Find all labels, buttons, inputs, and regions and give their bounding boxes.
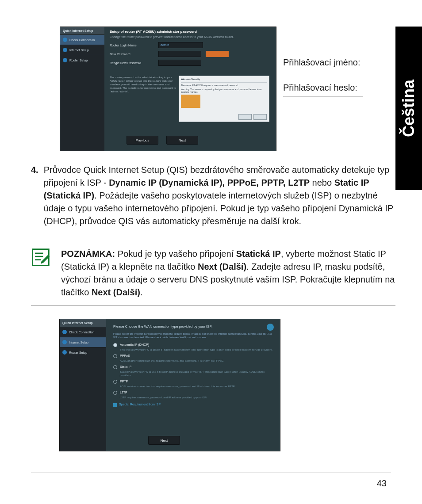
retype-password-field-label: Retype New Password xyxy=(110,61,158,65)
language-tab: Čeština xyxy=(395,27,422,190)
option-label: L2TP xyxy=(120,391,127,394)
step-text: nebo xyxy=(310,178,334,187)
option-pppoe[interactable]: PPPoEADSL or other connection that requi… xyxy=(113,354,273,363)
strength-badge xyxy=(206,51,229,57)
dialog-cancel-button[interactable] xyxy=(253,114,267,120)
footer-rule xyxy=(31,473,391,473)
step-body: Průvodce Quick Internet Setup (QIS) bezd… xyxy=(44,164,395,228)
option-label: PPTP xyxy=(120,380,128,383)
step-dot-icon xyxy=(63,48,67,52)
sidebar-header: Quick Internet Setup xyxy=(60,319,106,327)
sidebar-item-internet-setup[interactable]: Internet Setup xyxy=(60,45,104,55)
dialog-ok-button[interactable] xyxy=(238,114,252,120)
sidebar-item-check-connection[interactable]: Check Connection xyxy=(60,327,106,337)
note-label: POZNÁMKA: xyxy=(61,249,115,259)
sidebar-item-label: Internet Setup xyxy=(69,341,88,344)
retype-password-input[interactable] xyxy=(158,60,201,66)
note-span: . xyxy=(140,287,143,297)
sidebar-item-internet-setup[interactable]: Internet Setup xyxy=(60,337,106,347)
note-bold: Next (Další) xyxy=(92,287,140,297)
sidebar-item-router-setup[interactable]: Router Setup xyxy=(60,55,104,65)
sidebar-item-label: Internet Setup xyxy=(69,49,89,52)
note-span: Pokud je typ vašeho připojení xyxy=(115,249,236,259)
login-password-label: Přihlašovací heslo: xyxy=(283,83,380,93)
note-bold: Statická IP xyxy=(236,249,281,259)
option-pptp[interactable]: PPTPADSL or other connection that requir… xyxy=(113,380,273,388)
sidebar-item-label: Check Connection xyxy=(69,38,95,42)
dialog-warning: Warning: This server is requesting that … xyxy=(181,88,267,93)
option-desc: ADSL or other connection that requires u… xyxy=(120,385,273,388)
password-form: Router Login Nameadmin New Password Rety… xyxy=(110,42,272,66)
radio-icon xyxy=(113,343,117,347)
dialog-title: Windows Security xyxy=(181,78,267,80)
note-bold: Next (Další) xyxy=(198,262,246,271)
dialog-image-icon xyxy=(181,95,200,108)
screenshot-wan-type: Quick Internet Setup Check Connection In… xyxy=(59,319,280,451)
option-static-ip[interactable]: Static IPStatic IP allows your PC to use… xyxy=(113,365,273,377)
checkbox-icon xyxy=(113,403,117,407)
wan-type-pane: Please Choose the WAN connection type pr… xyxy=(106,319,280,451)
option-desc: Static IP allows your PC to use a fixed … xyxy=(120,370,273,377)
previous-button[interactable]: Previous xyxy=(127,136,158,145)
step-dot-icon xyxy=(62,330,67,334)
sidebar-header: Quick Internet Setup xyxy=(60,27,104,34)
step-dot-icon xyxy=(62,350,67,355)
pane2-title: Please Choose the WAN connection type pr… xyxy=(113,325,273,328)
isp-requirement-checkbox[interactable]: Special Requirement from ISP xyxy=(113,403,273,406)
option-label: Static IP xyxy=(120,365,131,368)
option-desc: ADSL or other connection that requires u… xyxy=(120,359,273,363)
step-dot-icon xyxy=(63,58,67,62)
login-name-line xyxy=(283,70,363,71)
option-label: Automatic IP (DHCP) xyxy=(120,343,149,346)
security-dialog: Windows Security The server RT-AC68U req… xyxy=(179,76,269,122)
note-block: POZNÁMKA: Pokud je typ vašeho připojení … xyxy=(31,242,395,305)
radio-icon xyxy=(113,391,117,395)
option-desc: This type allows your PC to obtain IP ad… xyxy=(120,348,273,351)
option-label: PPPoE xyxy=(120,354,130,357)
step-text: . Požádejte vašeho poskytovatele interne… xyxy=(44,191,393,226)
sidebar-item-check-connection[interactable]: Check Connection xyxy=(60,34,104,45)
radio-icon xyxy=(113,365,117,369)
radio-icon xyxy=(113,354,117,358)
login-name-label: Přihlašovací jméno: xyxy=(283,57,380,68)
qis-sidebar: Quick Internet Setup Check Connection In… xyxy=(60,319,106,451)
login-name-field-label: Router Login Name xyxy=(110,44,158,47)
pane-title: Setup of router (RT-AC68U) administrator… xyxy=(110,30,272,34)
info-icon[interactable] xyxy=(267,324,274,331)
step-number: 4. xyxy=(31,164,38,228)
credential-fields: Přihlašovací jméno: Přihlašovací heslo: xyxy=(283,57,380,108)
new-password-field-label: New Password xyxy=(110,53,158,56)
sidebar-item-label: Check Connection xyxy=(69,331,94,334)
step-bold: Dynamic IP (Dynamická IP), PPPoE, PPTP, … xyxy=(109,178,310,187)
radio-icon xyxy=(113,380,117,384)
checkbox-label: Special Requirement from ISP xyxy=(119,403,161,406)
option-l2tp[interactable]: L2TPL2TP requires username, password, an… xyxy=(113,391,273,399)
step-4: 4. Průvodce Quick Internet Setup (QIS) b… xyxy=(31,164,395,228)
sidebar-item-label: Router Setup xyxy=(69,59,88,62)
screenshot-admin-password: Quick Internet Setup Check Connection In… xyxy=(60,27,276,151)
login-name-input[interactable]: admin xyxy=(158,42,203,48)
step-dot-icon xyxy=(63,38,67,42)
option-desc: L2TP requires username, password, and IP… xyxy=(120,396,273,399)
next-button[interactable]: Next xyxy=(148,436,180,445)
sidebar-item-router-setup[interactable]: Router Setup xyxy=(60,347,106,357)
page-number: 43 xyxy=(377,478,387,489)
note-icon xyxy=(31,248,50,267)
pane-subtitle: Change the router password to prevent un… xyxy=(110,35,272,38)
option-dhcp[interactable]: Automatic IP (DHCP)This type allows your… xyxy=(113,343,273,351)
pane2-intro: Please select the Internet connection ty… xyxy=(113,332,273,340)
new-password-input[interactable] xyxy=(158,51,201,57)
note-text: POZNÁMKA: Pokud je typ vašeho připojení … xyxy=(61,248,395,299)
qis-sidebar: Quick Internet Setup Check Connection In… xyxy=(60,27,104,151)
sidebar-item-label: Router Setup xyxy=(69,351,87,354)
help-text: The router password is the administratio… xyxy=(110,76,178,93)
login-password-line xyxy=(283,95,363,96)
step-dot-icon xyxy=(62,340,67,344)
dialog-text: The server RT-AC68U requires a username … xyxy=(181,84,267,87)
next-button[interactable]: Next xyxy=(166,136,198,145)
language-label: Čeština xyxy=(399,80,418,137)
